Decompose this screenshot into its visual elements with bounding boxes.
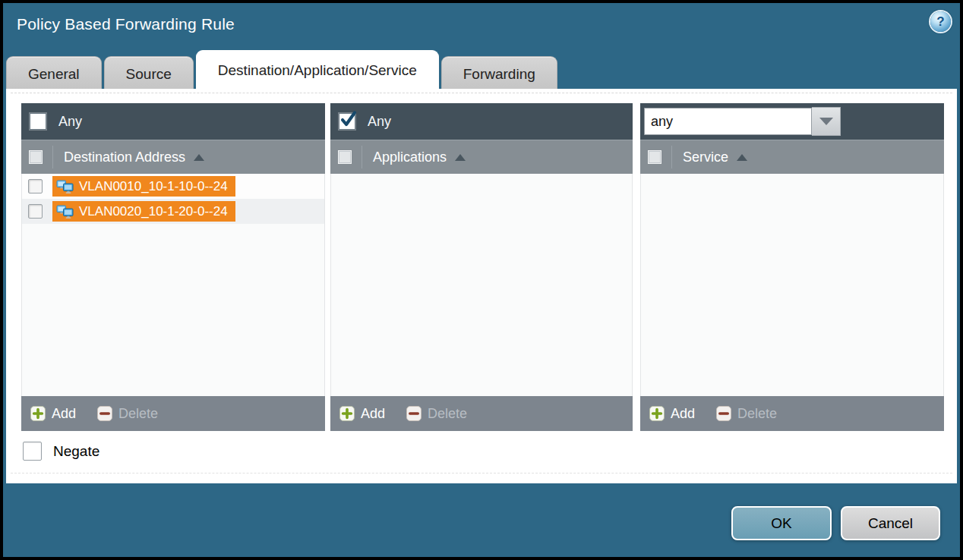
destination-column-header: Destination Address xyxy=(21,140,325,174)
applications-list xyxy=(330,174,633,396)
address-object-label: VLAN0020_10-1-20-0--24 xyxy=(79,204,228,219)
content-panel: Any Destination Address xyxy=(6,89,957,483)
destination-add-button[interactable]: Add xyxy=(30,406,76,422)
destination-any-checkbox[interactable] xyxy=(30,113,46,130)
checkmark-icon xyxy=(338,109,358,130)
service-add-button[interactable]: Add xyxy=(649,406,695,422)
help-glyph: ? xyxy=(936,14,944,30)
service-list xyxy=(640,174,944,396)
tab-forwarding[interactable]: Forwarding xyxy=(441,56,557,92)
service-footer: Add Delete xyxy=(640,396,944,431)
service-delete-button[interactable]: Delete xyxy=(716,406,777,422)
delete-icon xyxy=(97,406,112,421)
cancel-button[interactable]: Cancel xyxy=(841,506,940,540)
delete-label: Delete xyxy=(118,406,158,422)
applications-add-button[interactable]: Add xyxy=(339,406,385,422)
address-object-label: VLAN0010_10-1-10-0--24 xyxy=(79,179,228,194)
applications-select-all-checkbox[interactable] xyxy=(338,150,352,164)
applications-any-checkbox[interactable] xyxy=(339,113,355,130)
destination-delete-button[interactable]: Delete xyxy=(97,406,158,422)
table-row[interactable]: VLAN0020_10-1-20-0--24 xyxy=(22,199,324,224)
negate-control[interactable]: Negate xyxy=(23,442,99,461)
service-column: any Service xyxy=(640,103,944,431)
service-column-header: Service xyxy=(640,140,944,174)
help-icon[interactable]: ? xyxy=(930,11,951,32)
applications-any-label: Any xyxy=(368,114,391,130)
add-label: Add xyxy=(52,406,76,422)
address-object-tag[interactable]: VLAN0010_10-1-10-0--24 xyxy=(52,176,235,197)
dropdown-arrow-icon xyxy=(819,118,833,125)
ok-button[interactable]: OK xyxy=(731,506,832,540)
delete-label: Delete xyxy=(428,406,467,422)
tab-bar: General Source Destination/Application/S… xyxy=(6,50,560,92)
network-icon xyxy=(56,180,74,193)
applications-delete-button[interactable]: Delete xyxy=(406,406,467,422)
row-checkbox[interactable] xyxy=(28,204,43,219)
destination-list: VLAN0010_10-1-10-0--24 xyxy=(21,174,325,396)
dropdown-arrow-button[interactable] xyxy=(812,107,841,136)
destination-footer: Add Delete xyxy=(21,396,325,431)
applications-column-header: Applications xyxy=(330,140,633,174)
delete-icon xyxy=(406,406,422,421)
add-icon xyxy=(339,406,355,421)
destination-header-label[interactable]: Destination Address xyxy=(64,149,185,165)
sort-asc-icon xyxy=(455,154,466,161)
header-separator xyxy=(671,146,672,168)
add-label: Add xyxy=(361,406,385,422)
address-object-tag[interactable]: VLAN0020_10-1-20-0--24 xyxy=(52,201,235,222)
applications-footer: Add Delete xyxy=(330,396,633,431)
network-icon xyxy=(56,205,74,219)
add-label: Add xyxy=(671,406,695,422)
destination-any-label: Any xyxy=(58,114,82,130)
destination-any-bar: Any xyxy=(21,103,325,140)
service-header-label[interactable]: Service xyxy=(683,149,728,165)
row-checkbox[interactable] xyxy=(28,179,43,193)
table-row[interactable]: VLAN0010_10-1-10-0--24 xyxy=(22,174,324,199)
tab-source[interactable]: Source xyxy=(104,56,194,92)
destination-address-column: Any Destination Address xyxy=(21,103,325,431)
applications-column: Any Applications Add xyxy=(330,103,633,431)
delete-label: Delete xyxy=(737,406,777,422)
sort-asc-icon xyxy=(194,154,204,161)
header-separator xyxy=(362,146,362,168)
sort-asc-icon xyxy=(737,154,747,161)
negate-checkbox[interactable] xyxy=(23,442,42,461)
applications-any-bar: Any xyxy=(330,103,633,140)
service-dropdown-value[interactable]: any xyxy=(644,108,812,135)
add-icon xyxy=(30,406,46,421)
delete-icon xyxy=(716,406,731,421)
dialog-title: Policy Based Forwarding Rule xyxy=(17,15,235,33)
add-icon xyxy=(649,406,665,421)
service-select-all-checkbox[interactable] xyxy=(648,150,661,164)
destination-select-all-checkbox[interactable] xyxy=(29,150,43,164)
header-separator xyxy=(52,146,53,168)
tab-general[interactable]: General xyxy=(6,56,102,92)
service-any-bar: any xyxy=(640,103,944,140)
negate-label: Negate xyxy=(53,443,99,460)
applications-header-label[interactable]: Applications xyxy=(373,149,447,165)
pbf-rule-dialog: Policy Based Forwarding Rule ? General S… xyxy=(3,3,960,557)
service-dropdown[interactable]: any xyxy=(644,108,841,135)
tab-destination-application-service[interactable]: Destination/Application/Service xyxy=(196,50,439,92)
